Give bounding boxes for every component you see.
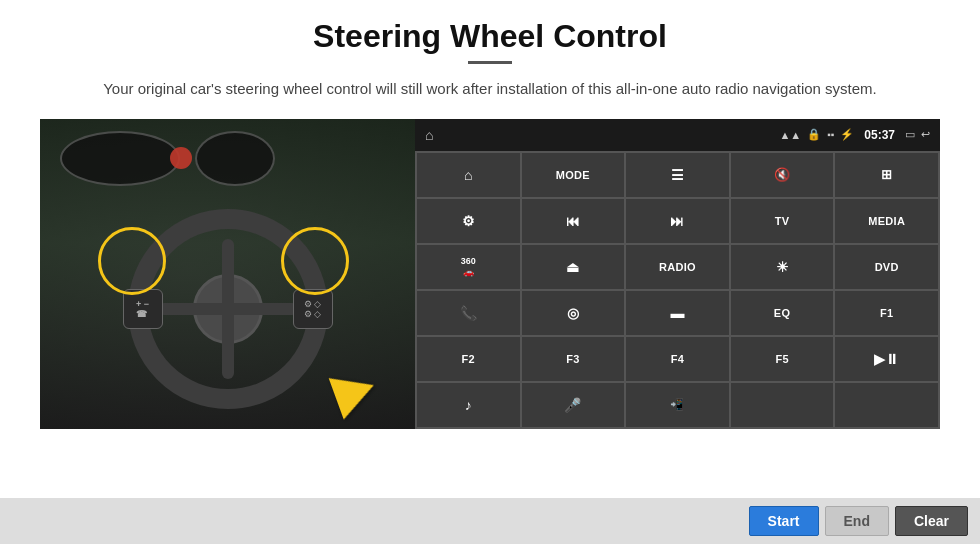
page-title: Steering Wheel Control [313, 18, 667, 55]
prev-icon: ⏮ [566, 213, 580, 229]
btn-f1[interactable]: F1 [835, 291, 938, 335]
btn-f5[interactable]: F5 [731, 337, 834, 381]
f4-label: F4 [671, 353, 684, 365]
btn-call-end[interactable]: 📲 [626, 383, 729, 427]
f2-label: F2 [462, 353, 475, 365]
play-pause-icon: ▶⏸ [874, 351, 899, 367]
btn-tv[interactable]: TV [731, 199, 834, 243]
f5-label: F5 [775, 353, 788, 365]
car360-icon: 360🚗 [461, 256, 476, 278]
bottom-bar: Start End Clear [0, 498, 980, 544]
btn-media[interactable]: MEDIA [835, 199, 938, 243]
btn-prev[interactable]: ⏮ [522, 199, 625, 243]
btn-360[interactable]: 360🚗 [417, 245, 520, 289]
start-button[interactable]: Start [749, 506, 819, 536]
eject-icon: ⏏ [566, 259, 579, 275]
btn-eq[interactable]: EQ [731, 291, 834, 335]
btn-eject[interactable]: ⏏ [522, 245, 625, 289]
mode-label: MODE [556, 169, 590, 181]
sim-icon: ▪▪ [827, 129, 834, 140]
time-display: 05:37 [864, 128, 895, 142]
clear-button[interactable]: Clear [895, 506, 968, 536]
btn-rect[interactable]: ▬ [626, 291, 729, 335]
status-right: ▲▲ 🔒 ▪▪ ⚡ 05:37 ▭ ↩ [779, 128, 930, 142]
bluetooth-icon: ⚡ [840, 128, 854, 141]
list-icon [671, 167, 684, 183]
f1-label: F1 [880, 307, 893, 319]
btn-phone[interactable]: 📞 [417, 291, 520, 335]
home-status-icon: ⌂ [425, 127, 433, 143]
btn-music[interactable]: ♪ [417, 383, 520, 427]
highlight-left [98, 227, 166, 295]
steering-bg: + −☎ ⚙ ◇⚙ ◇ [40, 119, 415, 429]
tv-label: TV [775, 215, 790, 227]
sun-icon: ☀ [776, 259, 789, 275]
end-button[interactable]: End [825, 506, 889, 536]
btn-apps[interactable]: ⊞ [835, 153, 938, 197]
settings-icon: ⚙ [462, 213, 475, 229]
btn-f4[interactable]: F4 [626, 337, 729, 381]
btn-settings[interactable]: ⚙ [417, 199, 520, 243]
mute-icon: 🔇 [774, 167, 790, 182]
btn-next[interactable]: ⏭ [626, 199, 729, 243]
highlight-right [281, 227, 349, 295]
btn-home[interactable] [417, 153, 520, 197]
status-left: ⌂ [425, 127, 433, 143]
music-icon: ♪ [465, 397, 472, 413]
btn-empty2[interactable] [835, 383, 938, 427]
wifi-icon: ▲▲ [779, 129, 801, 141]
btn-nav[interactable]: ◎ [522, 291, 625, 335]
nav-icon: ◎ [567, 305, 579, 321]
window-icon: ▭ [905, 128, 915, 141]
btn-mic[interactable]: 🎤 [522, 383, 625, 427]
car-image: + −☎ ⚙ ◇⚙ ◇ [40, 119, 415, 429]
btn-mute[interactable]: 🔇 [731, 153, 834, 197]
microphone-icon: 🎤 [564, 397, 581, 413]
home-icon [464, 167, 472, 183]
back-icon: ↩ [921, 128, 930, 141]
media-label: MEDIA [868, 215, 905, 227]
eq-label: EQ [774, 307, 791, 319]
btn-empty1[interactable] [731, 383, 834, 427]
btn-list[interactable] [626, 153, 729, 197]
rect-icon: ▬ [670, 305, 684, 321]
control-panel: ⌂ ▲▲ 🔒 ▪▪ ⚡ 05:37 ▭ ↩ MODE 🔇 [415, 119, 940, 429]
title-divider [468, 61, 512, 64]
apps-icon: ⊞ [881, 167, 892, 182]
dvd-label: DVD [875, 261, 899, 273]
phone-icon: 📞 [460, 305, 477, 321]
radio-label: RADIO [659, 261, 696, 273]
btn-mode[interactable]: MODE [522, 153, 625, 197]
lock-icon: 🔒 [807, 128, 821, 141]
button-grid: MODE 🔇 ⊞ ⚙ ⏮ ⏭ TV MEDIA 360🚗 ⏏ RADIO ☀ D… [415, 151, 940, 429]
btn-f3[interactable]: F3 [522, 337, 625, 381]
f3-label: F3 [566, 353, 579, 365]
status-bar: ⌂ ▲▲ 🔒 ▪▪ ⚡ 05:37 ▭ ↩ [415, 119, 940, 151]
btn-play-pause[interactable]: ▶⏸ [835, 337, 938, 381]
page-subtitle: Your original car's steering wheel contr… [103, 78, 877, 101]
content-area: + −☎ ⚙ ◇⚙ ◇ ⌂ [40, 119, 940, 429]
next-icon: ⏭ [670, 213, 684, 229]
btn-radio[interactable]: RADIO [626, 245, 729, 289]
call-end-icon: 📲 [670, 398, 684, 411]
btn-f2[interactable]: F2 [417, 337, 520, 381]
btn-brightness[interactable]: ☀ [731, 245, 834, 289]
btn-dvd[interactable]: DVD [835, 245, 938, 289]
